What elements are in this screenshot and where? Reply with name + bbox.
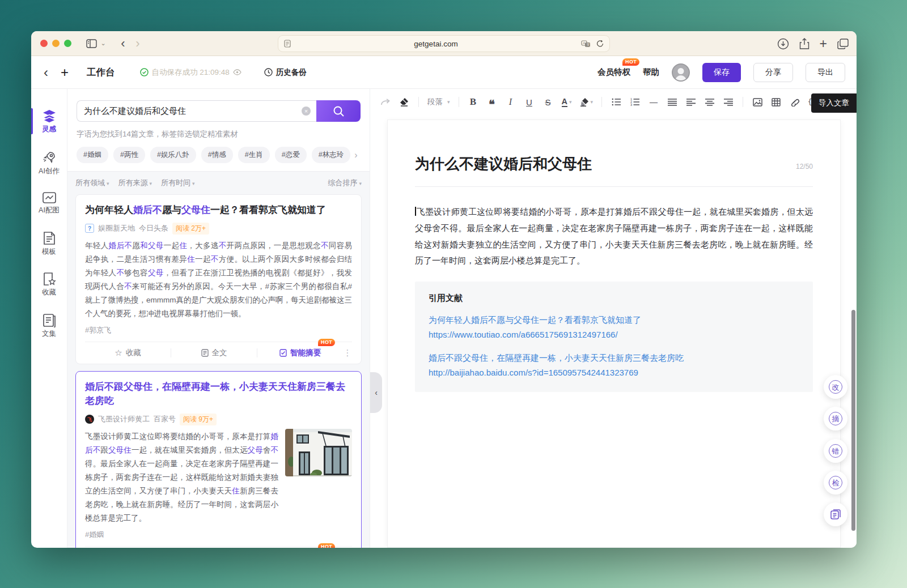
align-left-icon[interactable] <box>684 94 698 110</box>
tag-chip[interactable]: #恋爱 <box>275 147 307 163</box>
new-tab-icon[interactable]: + <box>820 37 827 50</box>
hot-badge: HOT <box>622 58 639 66</box>
browser-forward-button[interactable]: › <box>130 36 145 51</box>
sidebar-item-templates[interactable]: 模板 <box>31 225 67 261</box>
article-title[interactable]: 婚后不跟父母住，在隔壁再建一栋，小夫妻天天住新房三餐去老房吃 <box>85 380 352 408</box>
document-body[interactable]: 飞墨设计师黄工这位即将要结婚的小哥哥，原本是打算婚后不跟父母住一起，就在城里买套… <box>415 204 813 269</box>
caret-down-icon: ▾ <box>447 99 450 105</box>
share-icon[interactable] <box>799 38 809 50</box>
share-button[interactable]: 分享 <box>753 63 793 82</box>
sidebar-item-collections[interactable]: 文集 <box>31 308 67 343</box>
document-page[interactable]: 12/50 飞墨设计师黄工这位即将要结婚的小哥哥，原本是打算婚后不跟父母住一起，… <box>387 120 841 548</box>
app-back-button[interactable]: ‹ <box>44 66 48 79</box>
error-check-tool-button[interactable]: 错 <box>824 439 847 463</box>
close-window-button[interactable] <box>40 40 48 47</box>
tag-chip[interactable]: #生肖 <box>238 147 270 163</box>
sidebar-item-ai-writing[interactable]: AI创作 <box>31 144 67 181</box>
document-title-input[interactable] <box>415 155 789 173</box>
tab-overview-icon[interactable] <box>837 39 849 49</box>
citation-url-link[interactable]: https://www.toutiao.com/a666517569131249… <box>429 327 799 342</box>
editor-scrollbar[interactable] <box>851 310 855 531</box>
clear-search-icon[interactable]: × <box>302 106 311 116</box>
strikethrough-button[interactable]: S <box>541 94 556 110</box>
sidebar-item-favorites[interactable]: 收藏 <box>31 266 67 302</box>
article-title[interactable]: 为何年轻人婚后不愿与父母住一起？看看郭京飞就知道了 <box>85 203 352 218</box>
workspace-link[interactable]: 工作台 <box>87 66 115 79</box>
downloads-icon[interactable] <box>777 38 789 50</box>
sidebar-toggle-icon[interactable] <box>84 36 99 51</box>
horizontal-rule-icon[interactable]: — <box>646 94 661 110</box>
help-link[interactable]: 帮助 <box>643 67 659 78</box>
tags-scroll-right-icon[interactable]: › <box>354 150 357 160</box>
highlight-color-dropdown[interactable]: ▾ <box>578 94 595 110</box>
document-title-row: 12/50 <box>415 155 813 173</box>
tag-chip[interactable]: #婚姻 <box>77 147 108 163</box>
eye-icon[interactable] <box>233 69 241 75</box>
citation-url-link[interactable]: http://baijiahao.baidu.com/s?id=16509575… <box>429 365 799 380</box>
numbered-list-icon[interactable]: 123 <box>628 94 642 110</box>
results-section: 所有领域▾ 所有来源▾ 所有时间▾ 综合排序▾ 为何年轻人婚后不愿与父母住一起？… <box>67 171 370 548</box>
insert-link-icon[interactable] <box>787 94 802 110</box>
bold-button[interactable]: B <box>466 94 481 110</box>
reader-icon[interactable] <box>284 40 291 48</box>
zoom-window-button[interactable] <box>64 40 71 47</box>
collect-button[interactable]: ☆ 收藏 <box>85 348 171 358</box>
tag-chip[interactable]: #两性 <box>113 147 145 163</box>
summarize-tool-button[interactable]: 摘 <box>824 407 847 431</box>
article-hashtag[interactable]: #郭京飞 <box>85 325 352 335</box>
align-justify-icon[interactable] <box>665 94 680 110</box>
tag-chip[interactable]: #林志玲 <box>312 147 350 163</box>
chrome-actions: + <box>777 31 849 56</box>
history-backup-button[interactable]: 历史备份 <box>264 67 307 78</box>
sidebar-item-ai-image[interactable]: AI配图 <box>31 186 67 220</box>
collapse-panel-handle[interactable]: ‹ <box>370 372 382 413</box>
italic-button[interactable]: I <box>503 94 518 110</box>
bullet-list-icon[interactable] <box>609 94 624 110</box>
article-card[interactable]: 为何年轻人婚后不愿与父母住一起？看看郭京飞就知道了 ? 娱圈新天地 今日头条 阅… <box>75 194 362 364</box>
filter-time[interactable]: 所有时间▾ <box>161 178 195 188</box>
blockquote-button[interactable]: ❝ <box>485 96 499 112</box>
minimize-window-button[interactable] <box>52 40 60 47</box>
editor-area: 段落▾ B ❝ I U S A▾ ▾ <box>370 89 857 548</box>
export-button[interactable]: 导出 <box>806 63 845 82</box>
citation-title-link[interactable]: 为何年轻人婚后不愿与父母住一起？看看郭京飞就知道了 <box>429 313 799 327</box>
underline-button[interactable]: U <box>522 94 537 110</box>
sidebar-chevron-icon[interactable]: ⌄ <box>99 36 108 51</box>
insert-image-icon[interactable] <box>750 94 765 110</box>
proofread-tool-button[interactable]: 检 <box>824 471 847 495</box>
paragraph-style-dropdown[interactable]: 段落▾ <box>426 94 452 110</box>
search-input[interactable] <box>77 100 316 122</box>
article-card-selected[interactable]: 婚后不跟父母住，在隔壁再建一栋，小夫妻天天住新房三餐去老房吃 飞 飞墨设计师黄工… <box>75 371 362 548</box>
search-button[interactable] <box>316 100 361 122</box>
sidebar-item-inspiration[interactable]: 灵感 <box>31 104 67 139</box>
reload-icon[interactable] <box>596 40 604 48</box>
browser-window: ⌄ ‹ › getgetai.com 文A + <box>31 31 857 548</box>
citation-title-link[interactable]: 婚后不跟父母住，在隔壁再建一栋，小夫妻天天住新房三餐去老房吃 <box>429 351 799 365</box>
fulltext-button[interactable]: 全文 <box>171 348 257 358</box>
align-center-icon[interactable] <box>702 94 717 110</box>
outline-tool-button[interactable] <box>824 502 847 526</box>
save-button[interactable]: 保存 <box>702 63 741 82</box>
browser-back-button[interactable]: ‹ <box>116 36 130 51</box>
sort-selector[interactable]: 综合排序▾ <box>328 178 362 188</box>
filter-domain[interactable]: 所有领域▾ <box>75 178 109 188</box>
insert-table-icon[interactable] <box>769 94 783 110</box>
tag-chip[interactable]: #娱乐八卦 <box>150 147 196 163</box>
address-bar[interactable]: getgetai.com 文A <box>278 35 610 52</box>
new-document-button[interactable]: + <box>61 66 69 79</box>
rewrite-tool-button[interactable]: 改 <box>824 375 847 399</box>
smart-summary-button[interactable]: 智能摘要 HOT <box>257 348 343 358</box>
article-hashtag[interactable]: #婚姻 <box>85 530 352 540</box>
vip-link[interactable]: 会员特权 HOT <box>597 67 630 78</box>
caret-down-icon: ▾ <box>359 181 362 186</box>
redo-icon[interactable] <box>378 94 393 110</box>
font-color-dropdown[interactable]: A▾ <box>560 94 574 110</box>
tag-chip[interactable]: #情感 <box>201 147 233 163</box>
more-options-icon[interactable]: ⋮ <box>343 348 352 358</box>
eraser-icon[interactable] <box>397 94 412 110</box>
import-article-tooltip[interactable]: 导入文章 <box>811 93 857 113</box>
user-avatar[interactable] <box>672 63 690 82</box>
filter-source[interactable]: 所有来源▾ <box>118 178 152 188</box>
translate-icon[interactable]: 文A <box>581 40 591 48</box>
align-right-icon[interactable] <box>721 94 736 110</box>
